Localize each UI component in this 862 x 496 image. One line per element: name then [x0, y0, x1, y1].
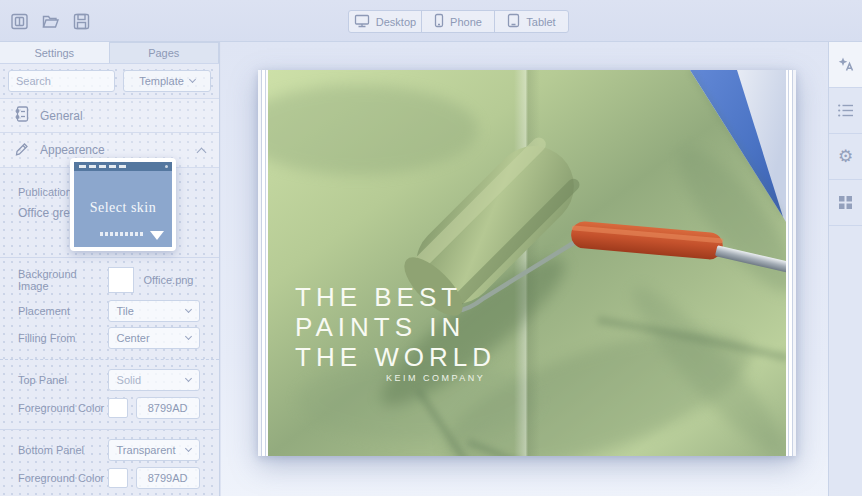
bottom-foreground-label: Foreground Color — [18, 472, 108, 484]
top-foreground-hex-input[interactable] — [136, 397, 200, 419]
device-desktop-button[interactable]: Desktop — [349, 11, 422, 32]
top-panel-row: Top Panel Solid — [0, 368, 219, 392]
background-image-thumbnail[interactable] — [108, 267, 134, 293]
placement-row: Placement Tile — [0, 299, 219, 323]
left-page-stack[interactable] — [258, 70, 268, 456]
bottom-panel-row: Bottom Panel Transparent — [0, 438, 219, 462]
cover-subtitle: KEIM COMPANY — [386, 373, 485, 383]
background-image-filename: Office.png — [144, 274, 194, 286]
top-panel-select[interactable]: Solid — [108, 369, 200, 391]
tablet-icon — [507, 13, 520, 30]
skin-select-text: Select skin — [74, 200, 172, 216]
skin-preview-pager — [100, 232, 144, 236]
main-body: Settings Pages Template — [0, 42, 862, 496]
chevron-down-icon — [185, 375, 192, 382]
filling-from-row: Filling From Center — [0, 326, 219, 350]
skin-dropdown-caret-icon[interactable] — [150, 231, 164, 240]
cover-title-line: THE BEST — [295, 282, 496, 312]
file-actions — [10, 12, 91, 31]
publication-skin-block: Publication skin Office grey Select skin — [0, 168, 219, 257]
cover-title-line: THE WORLD — [295, 342, 496, 372]
publication-skin-value: Office grey — [18, 206, 76, 220]
top-foreground-swatch[interactable] — [108, 398, 128, 418]
section-appearance-label: Appearence — [40, 143, 188, 157]
placement-label: Placement — [18, 305, 108, 317]
top-panel-label: Top Panel — [18, 374, 108, 386]
template-label: Template — [139, 75, 184, 87]
device-tablet-button[interactable]: Tablet — [495, 11, 568, 32]
translate-icon[interactable] — [829, 42, 862, 88]
chevron-down-icon — [185, 306, 192, 313]
device-desktop-label: Desktop — [376, 16, 416, 28]
cover-title-line: PAINTS IN — [295, 312, 496, 342]
settings-sidebar: Settings Pages Template — [0, 42, 220, 496]
pencil-icon — [14, 140, 30, 161]
divider — [0, 257, 219, 258]
publication-preview: THE BEST PAINTS IN THE WORLD KEIM COMPAN… — [221, 42, 828, 496]
placement-select[interactable]: Tile — [108, 300, 200, 322]
gear-icon[interactable]: ⚙ — [829, 134, 862, 180]
publication-icon[interactable] — [10, 12, 29, 31]
save-icon[interactable] — [72, 12, 91, 31]
top-foreground-row: Foreground Color — [0, 396, 219, 420]
device-phone-button[interactable]: Phone — [422, 11, 495, 32]
section-general-label: General — [40, 109, 205, 123]
bottom-foreground-swatch[interactable] — [108, 468, 128, 488]
section-general[interactable]: General — [0, 98, 219, 133]
right-toolbar: ⚙ — [828, 42, 862, 496]
open-folder-icon[interactable] — [41, 12, 60, 31]
list-icon[interactable] — [829, 88, 862, 134]
publisher-app: Desktop Phone Tablet — [0, 0, 862, 496]
bottom-panel-label: Bottom Panel — [18, 444, 108, 456]
skin-selector-thumbnail[interactable]: Select skin — [70, 158, 176, 251]
background-image-label: Background Image — [18, 268, 108, 292]
phone-icon — [434, 13, 444, 30]
bottom-foreground-row: Foreground Color — [0, 466, 219, 490]
desktop-icon — [354, 14, 370, 30]
cover-title: THE BEST PAINTS IN THE WORLD — [295, 282, 496, 372]
skin-preview-toolbar — [74, 162, 172, 171]
general-icon — [14, 105, 30, 127]
device-tablet-label: Tablet — [526, 16, 555, 28]
device-phone-label: Phone — [450, 16, 482, 28]
sidebar-tabs: Settings Pages — [0, 42, 219, 64]
device-switch: Desktop Phone Tablet — [348, 10, 569, 33]
bottom-panel-select[interactable]: Transparent — [108, 439, 200, 461]
thumb-caret-icon — [122, 285, 130, 289]
dashed-divider — [0, 359, 219, 360]
search-row: Template — [0, 64, 219, 98]
chevron-up-icon — [197, 147, 207, 157]
template-dropdown-button[interactable]: Template — [123, 70, 211, 92]
top-toolbar: Desktop Phone Tablet — [0, 0, 862, 42]
background-image-row: Background Image Office.png — [0, 265, 219, 295]
chevron-down-icon — [185, 333, 192, 340]
filling-from-label: Filling From — [18, 332, 108, 344]
book-spread[interactable]: THE BEST PAINTS IN THE WORLD KEIM COMPAN… — [258, 70, 796, 456]
grid-icon[interactable] — [829, 180, 862, 226]
chevron-down-icon — [185, 445, 192, 452]
bottom-foreground-hex-input[interactable] — [136, 467, 200, 489]
chevron-down-icon — [189, 76, 196, 83]
search-input[interactable] — [8, 70, 115, 92]
filling-from-select[interactable]: Center — [108, 327, 200, 349]
right-page-stack[interactable] — [786, 70, 796, 456]
cover-artwork — [268, 70, 786, 456]
divider — [0, 429, 219, 430]
tab-settings[interactable]: Settings — [0, 42, 109, 63]
tab-pages[interactable]: Pages — [109, 42, 220, 63]
top-foreground-label: Foreground Color — [18, 402, 108, 414]
skin-preview: Select skin — [74, 162, 172, 247]
